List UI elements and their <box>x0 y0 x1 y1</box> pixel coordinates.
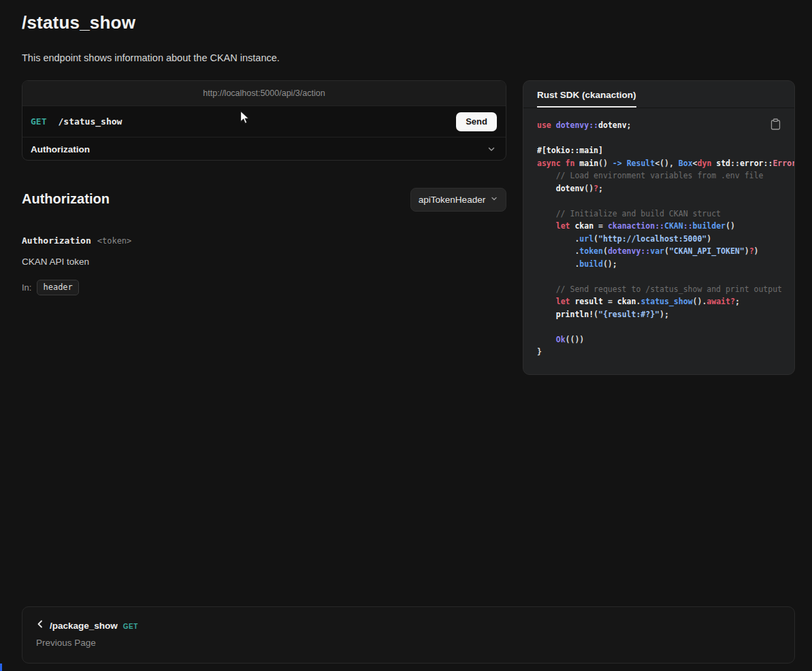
page-title: /status_show <box>22 12 135 33</box>
auth-in-row: In: header <box>22 280 79 295</box>
copy-code-button[interactable] <box>768 116 783 135</box>
base-url-text: http://localhost:5000/api/3/action <box>203 88 325 98</box>
previous-page-method-badge: GET <box>123 623 138 630</box>
request-row: GET /status_show Send <box>22 106 506 137</box>
previous-page-link[interactable]: /package_show GET Previous Page <box>22 606 795 664</box>
code-sample-panel: Rust SDK (ckanaction) use dotenvy::doten… <box>523 80 795 375</box>
base-url-bar[interactable]: http://localhost:5000/api/3/action <box>22 81 506 106</box>
code-area: use dotenvy::dotenv; #[tokio::main]async… <box>523 108 794 359</box>
code-block: use dotenvy::dotenv; #[tokio::main]async… <box>537 119 794 359</box>
authorization-section-heading: Authorization <box>22 191 110 207</box>
authorization-collapsible-row[interactable]: Authorization <box>22 137 506 161</box>
auth-param-row: Authorization <token> <box>22 235 131 246</box>
tab-rust-sdk[interactable]: Rust SDK (ckanaction) <box>537 90 636 108</box>
endpoint-path: /status_show <box>58 116 122 127</box>
code-panel-header: Rust SDK (ckanaction) <box>523 81 794 108</box>
auth-in-label: In: <box>22 282 31 293</box>
auth-scheme-selected-value: apiTokenHeader <box>419 195 485 205</box>
previous-page-path: /package_show <box>50 621 118 631</box>
auth-param-description: CKAN API token <box>22 257 89 267</box>
auth-param-type: <token> <box>97 236 132 246</box>
auth-param-name: Authorization <box>22 235 91 246</box>
auth-in-value-badge: header <box>37 280 78 295</box>
chevron-down-icon <box>490 195 498 205</box>
request-playground-card: http://localhost:5000/api/3/action GET /… <box>22 80 506 161</box>
previous-page-top-row: /package_show GET <box>36 619 781 632</box>
clipboard-icon <box>770 122 781 132</box>
method-badge: GET <box>31 116 46 127</box>
api-reference-page: /status_show This endpoint shows informa… <box>0 0 812 671</box>
chevron-left-icon <box>36 619 44 632</box>
auth-scheme-select[interactable]: apiTokenHeader <box>410 188 506 212</box>
chevron-down-icon <box>487 144 496 154</box>
mouse-cursor-icon <box>240 110 250 128</box>
endpoint-description: This endpoint shows information about th… <box>22 52 280 63</box>
previous-page-label: Previous Page <box>36 638 781 648</box>
scroll-indicator <box>0 664 2 671</box>
authorization-row-label: Authorization <box>31 144 90 154</box>
send-button[interactable]: Send <box>456 112 497 131</box>
